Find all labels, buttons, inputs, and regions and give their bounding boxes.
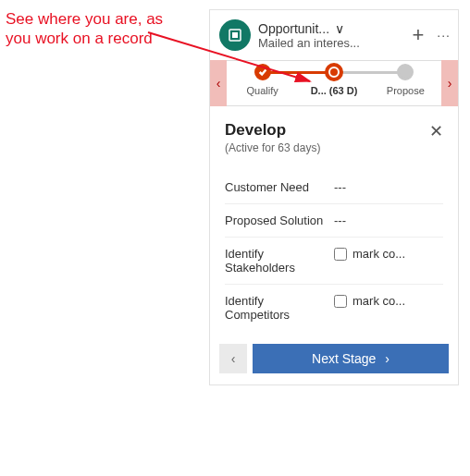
record-title-block[interactable]: Opportunit... ∨ Mailed an interes... [258,21,401,50]
add-button[interactable]: + [408,23,427,47]
svg-rect-2 [232,32,238,38]
flyout-subtitle: (Active for 63 days) [225,141,320,154]
field-value: --- [334,180,443,194]
chevron-down-icon: ∨ [335,21,344,36]
stages-prev-button[interactable]: ‹ [210,60,227,106]
close-icon[interactable]: ✕ [429,121,443,141]
field-label: Identify Competitors [225,294,327,322]
stages-next-button[interactable]: › [441,60,458,106]
field-identify-competitors[interactable]: Identify Competitors mark co... [225,285,443,331]
record-panel: Opportunit... ∨ Mailed an interes... + ·… [209,9,459,385]
field-value: --- [334,214,443,227]
field-proposed-solution[interactable]: Proposed Solution --- [225,204,443,238]
stage-flyout: Develop (Active for 63 days) ✕ Customer … [210,106,458,344]
process-stages: ‹ Qualify D... (63 D) Propose › [210,60,458,106]
stage-qualify[interactable]: Qualify [227,61,298,105]
next-stage-button[interactable]: Next Stage › [253,344,449,373]
stage-track: Qualify D... (63 D) Propose [227,60,441,106]
checkbox-label: mark co... [352,294,405,308]
mark-complete-checkbox[interactable]: mark co... [334,294,443,308]
record-header: Opportunit... ∨ Mailed an interes... + ·… [210,10,458,60]
checkbox-label: mark co... [352,247,405,261]
more-button[interactable]: ··· [433,28,454,43]
field-customer-need[interactable]: Customer Need --- [225,171,443,204]
flyout-footer: ‹ Next Stage › [210,344,458,384]
flyout-title: Develop [225,121,320,140]
previous-stage-button[interactable]: ‹ [219,344,247,373]
stage-develop[interactable]: D... (63 D) [298,61,369,105]
stage-label: D... (63 D) [311,85,358,96]
stage-fields: Customer Need --- Proposed Solution --- … [225,171,443,331]
opportunity-icon [219,19,251,51]
record-title: Opportunit... [258,21,329,36]
checkbox-input[interactable] [334,248,347,261]
callout-annotation: See where you are, as you work on a reco… [6,9,191,49]
field-label: Customer Need [225,180,327,194]
stage-label: Propose [387,85,425,96]
field-label: Identify Stakeholders [225,247,327,275]
record-subtitle: Mailed an interes... [258,36,401,50]
checkbox-input[interactable] [334,295,347,308]
chevron-right-icon: › [385,351,390,366]
stage-propose[interactable]: Propose [370,61,441,105]
field-label: Proposed Solution [225,214,327,227]
stage-label: Qualify [247,85,278,96]
field-identify-stakeholders[interactable]: Identify Stakeholders mark co... [225,238,443,285]
next-stage-label: Next Stage [312,351,376,366]
mark-complete-checkbox[interactable]: mark co... [334,247,443,261]
